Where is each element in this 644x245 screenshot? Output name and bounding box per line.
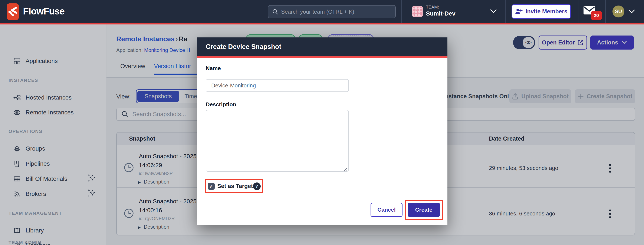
flowfuse-app: FlowFuse TEAM: Sumit-Dev Invite Members xyxy=(0,0,644,245)
set-as-target-checkbox[interactable]: ✓ xyxy=(208,183,215,190)
team-name: Sumit-Dev xyxy=(426,10,455,17)
create-device-snapshot-modal: Create Device Snapshot Name Description … xyxy=(197,37,448,225)
set-as-target-label: Set as Target xyxy=(217,183,253,190)
team-label: TEAM: xyxy=(426,5,439,9)
resize-handle-icon[interactable] xyxy=(343,167,348,171)
name-label: Name xyxy=(206,65,221,72)
cancel-button[interactable]: Cancel xyxy=(370,203,402,217)
top-navbar: FlowFuse TEAM: Sumit-Dev Invite Members xyxy=(0,0,644,23)
team-search-input[interactable] xyxy=(281,8,392,15)
team-chevron-down-icon[interactable] xyxy=(490,8,498,14)
description-label: Description xyxy=(206,101,236,108)
create-button[interactable]: Create xyxy=(408,203,440,217)
fork-logo-glyph xyxy=(8,7,17,16)
brand-wordmark: FlowFuse xyxy=(23,6,64,16)
navbar-divider xyxy=(505,0,506,23)
name-input[interactable] xyxy=(206,79,349,92)
checkbox-check-icon: ✓ xyxy=(209,183,214,189)
navbar-divider xyxy=(605,0,606,23)
invite-members-label: Invite Members xyxy=(526,8,568,15)
modal-title: Create Device Snapshot xyxy=(206,43,281,51)
help-icon[interactable]: ? xyxy=(253,183,261,190)
navbar-divider xyxy=(401,0,402,23)
modal-accent-line xyxy=(197,56,448,58)
modal-header: Create Device Snapshot xyxy=(197,37,448,56)
team-avatar[interactable] xyxy=(412,6,423,17)
flowfuse-logo-icon[interactable] xyxy=(7,3,19,20)
user-chevron-down-icon[interactable] xyxy=(628,9,636,14)
search-icon xyxy=(272,8,278,15)
description-textarea[interactable] xyxy=(206,110,349,172)
navbar-accent-line xyxy=(0,23,644,24)
notification-count-badge: 20 xyxy=(591,11,602,20)
navbar-divider xyxy=(578,0,578,23)
team-search-box[interactable] xyxy=(268,5,396,18)
user-avatar[interactable]: SU xyxy=(612,5,624,17)
invite-members-button[interactable]: Invite Members xyxy=(512,4,571,19)
user-plus-icon xyxy=(515,8,522,15)
